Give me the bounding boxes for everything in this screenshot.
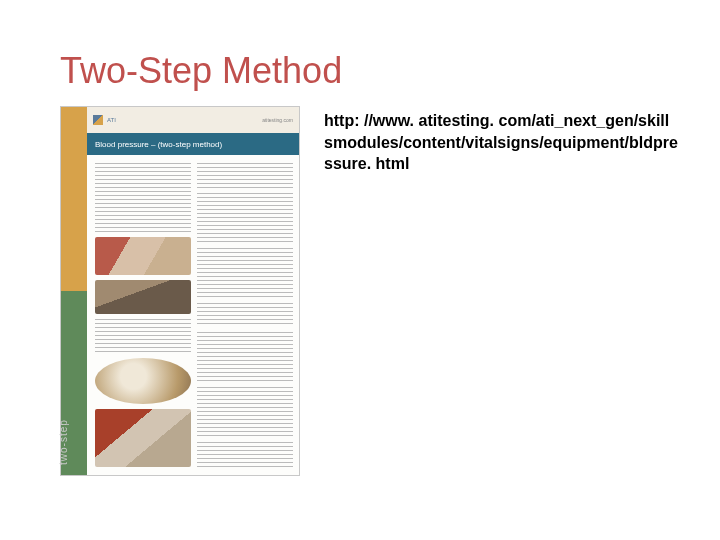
placeholder-text	[197, 193, 293, 243]
placeholder-text	[197, 387, 293, 437]
instructional-image	[95, 409, 191, 467]
reference-url: http: //www. atitesting. com/ati_next_ge…	[324, 106, 680, 476]
placeholder-text	[95, 319, 191, 353]
instructional-image	[95, 280, 191, 314]
document-thumbnail: ATI atitesting.com Blood pressure – (two…	[60, 106, 300, 476]
content-row: ATI atitesting.com Blood pressure – (two…	[60, 106, 680, 476]
placeholder-text	[197, 163, 293, 188]
gauge-image	[95, 358, 191, 404]
placeholder-text	[197, 332, 293, 382]
slide: Two-Step Method ATI atitesting.com Blood…	[0, 0, 720, 540]
placeholder-text	[95, 163, 191, 232]
thumbnail-content: two-step	[87, 155, 299, 475]
placeholder-text	[197, 248, 293, 298]
instructional-image	[95, 237, 191, 275]
slide-title: Two-Step Method	[60, 50, 680, 92]
thumbnail-right-column	[197, 163, 293, 467]
thumbnail-doc-title: Blood pressure – (two-step method)	[87, 133, 299, 155]
thumbnail-body: ATI atitesting.com Blood pressure – (two…	[87, 107, 299, 475]
thumbnail-brand: ATI	[107, 117, 262, 123]
thumbnail-left-column	[95, 163, 191, 467]
placeholder-text	[197, 303, 293, 328]
placeholder-text	[197, 442, 293, 467]
ati-logo-icon	[93, 115, 103, 125]
thumbnail-side-label: two-step	[58, 419, 69, 465]
thumbnail-header: ATI atitesting.com	[87, 107, 299, 133]
thumbnail-site: atitesting.com	[262, 117, 293, 123]
